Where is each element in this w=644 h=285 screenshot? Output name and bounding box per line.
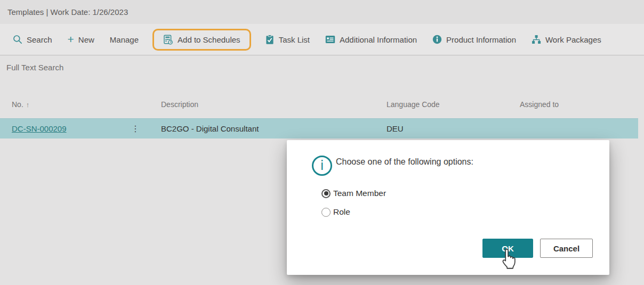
toolbar-label: New: [78, 35, 94, 44]
toolbar-label: Additional Information: [340, 35, 417, 44]
toolbar-manage-button[interactable]: Manage: [110, 35, 139, 44]
plus-icon: +: [68, 35, 74, 44]
toolbar-label: Search: [27, 35, 52, 44]
radio-selected-icon[interactable]: [321, 189, 331, 198]
toolbar-label: Manage: [110, 35, 139, 44]
radio-unselected-icon[interactable]: [321, 208, 331, 217]
toolbar-label: Product Information: [446, 35, 516, 44]
dialog-message: Choose one of the following options:: [336, 157, 473, 167]
hierarchy-icon: [532, 35, 541, 44]
toolbar-work-packages-button[interactable]: Work Packages: [532, 35, 601, 44]
table-header: No. ↑ Description Language Code Assigned…: [0, 100, 638, 118]
form-card-icon: [325, 35, 335, 44]
row-menu-ellipsis-icon[interactable]: ⋮: [129, 125, 142, 133]
action-toolbar: Search + New Manage Add to Schedules: [0, 24, 644, 55]
info-circle-icon: [432, 35, 442, 44]
toolbar-additional-information-button[interactable]: Additional Information: [325, 35, 417, 44]
ok-button[interactable]: OK: [482, 239, 533, 258]
cell-language-code: DEU: [375, 124, 508, 133]
sort-ascending-icon: ↑: [26, 101, 30, 109]
toolbar-new-button[interactable]: + New: [68, 35, 94, 44]
radio-option-role[interactable]: Role: [321, 207, 350, 217]
toolbar-task-list-button[interactable]: Task List: [265, 35, 310, 45]
radio-option-team-member[interactable]: Team Member: [321, 189, 386, 198]
window-titlebar: Templates | Work Date: 1/26/2023: [0, 0, 644, 24]
table-row[interactable]: DC-SN-000209 ⋮ BC2GO - Digital Consultan…: [0, 118, 638, 139]
column-header-language-code[interactable]: Language Code: [375, 100, 508, 109]
radio-label: Team Member: [333, 189, 386, 198]
search-icon: [13, 35, 22, 44]
column-header-no[interactable]: No. ↑: [0, 100, 149, 109]
toolbar-label: Task List: [279, 35, 310, 44]
toolbar-search-button[interactable]: Search: [13, 35, 52, 44]
cancel-button[interactable]: Cancel: [540, 239, 593, 258]
page-title: Templates | Work Date: 1/26/2023: [7, 7, 128, 17]
full-text-search-label: Full Text Search: [6, 63, 644, 72]
choose-option-dialog: i Choose one of the following options: T…: [287, 140, 609, 275]
calculator-schedule-icon: [163, 35, 173, 45]
task-list-icon: [265, 35, 275, 45]
record-no-link[interactable]: DC-SN-000209: [12, 124, 67, 133]
cell-description: BC2GO - Digital Consultant: [149, 124, 375, 133]
toolbar-add-to-schedules-button[interactable]: Add to Schedules: [152, 29, 251, 51]
toolbar-product-information-button[interactable]: Product Information: [432, 35, 516, 44]
column-header-assigned-to[interactable]: Assigned to: [508, 100, 638, 109]
info-icon: i: [312, 156, 332, 176]
column-header-description[interactable]: Description: [149, 100, 375, 109]
radio-label: Role: [333, 207, 350, 217]
toolbar-label: Add to Schedules: [178, 35, 240, 44]
toolbar-label: Work Packages: [545, 35, 601, 44]
